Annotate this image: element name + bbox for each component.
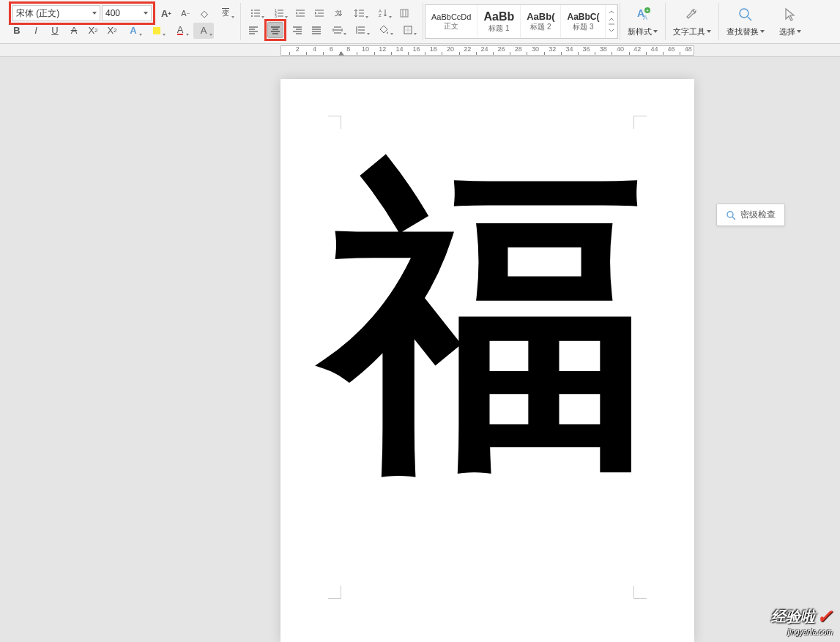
find-replace-label: 查找替换 (726, 26, 765, 37)
svg-text:Z: Z (379, 13, 382, 18)
style-name: 标题 3 (573, 22, 593, 32)
cursor-icon (782, 7, 798, 26)
document-page[interactable]: 福 (280, 79, 694, 642)
svg-point-4 (251, 15, 253, 17)
style-preview: AaBb( (527, 11, 554, 22)
text-tools-label: 文字工具 (673, 26, 711, 37)
styles-group: AaBbCcDd 正文 AaBb 标题 1 AaBb( 标题 2 AaBbC( … (423, 3, 620, 40)
align-right-button[interactable] (289, 22, 305, 38)
svg-line-58 (748, 17, 751, 20)
indent-marker[interactable] (338, 51, 344, 56)
style-item-body[interactable]: AaBbCcDd 正文 (425, 5, 477, 38)
phonetic-guide-button[interactable]: 变 (215, 5, 236, 21)
sort-button[interactable]: AZ (373, 5, 393, 21)
char-shading-button[interactable]: A (193, 23, 214, 39)
align-center-button[interactable] (267, 22, 283, 38)
highlight-button[interactable] (146, 23, 167, 39)
font-size-combo[interactable]: 400 (102, 5, 152, 21)
style-item-h2[interactable]: AaBb( 标题 2 (521, 5, 561, 38)
new-style-label: 新样式 (628, 26, 658, 37)
style-preview: AaBbC( (567, 12, 599, 22)
checkmark-icon: ✓ (817, 605, 833, 628)
svg-point-63 (727, 212, 733, 217)
shading-button[interactable] (374, 22, 395, 38)
style-name: 标题 2 (530, 22, 551, 32)
style-name: 正文 (444, 21, 458, 31)
new-style-button[interactable]: AA+ 新样式 (620, 3, 665, 40)
svg-point-57 (740, 9, 748, 18)
svg-point-2 (251, 12, 253, 14)
subscript-button[interactable]: X2 (85, 23, 101, 39)
styles-gallery[interactable]: AaBbCcDd 正文 AaBb 标题 1 AaBb( 标题 2 AaBbC( … (425, 4, 618, 39)
decrease-font-button[interactable]: A− (177, 5, 193, 21)
align-left-button[interactable] (245, 22, 261, 38)
superscript-button[interactable]: X2 (104, 23, 120, 39)
watermark: 经验啦 ✓ jingyanla.com (771, 605, 833, 636)
security-check-label: 密级检查 (740, 209, 776, 221)
paragraph-group: 123 文 AZ (241, 3, 423, 40)
borders-button[interactable] (398, 22, 418, 38)
wrench-icon (684, 7, 700, 26)
watermark-text: 经验啦 (771, 607, 815, 627)
show-marks-button[interactable] (396, 5, 412, 21)
new-style-icon: AA+ (635, 7, 651, 26)
margin-corner (328, 586, 341, 599)
bullets-button[interactable] (245, 5, 266, 21)
style-item-h1[interactable]: AaBb 标题 1 (477, 5, 521, 38)
text-tools-button[interactable]: 文字工具 (666, 3, 718, 40)
underline-button[interactable]: U (47, 23, 63, 39)
svg-rect-24 (401, 10, 408, 17)
ribbon-toolbar: 宋体 (正文) 400 A+ A− ◇ 变 B I U A X2 X2 A A … (0, 0, 840, 44)
font-name-combo[interactable]: 宋体 (正文) (12, 5, 100, 21)
search-icon (737, 7, 754, 26)
justify-button[interactable] (308, 22, 324, 38)
watermark-url: jingyanla.com (771, 628, 833, 636)
document-area: ▸ 福 密级检查 (0, 57, 840, 642)
style-preview: AaBbCcDd (431, 12, 471, 21)
horizontal-ruler[interactable]: 2468101214161820222426283032343638404244… (0, 44, 840, 57)
search-icon (726, 210, 736, 220)
numbering-button[interactable]: 123 (269, 5, 289, 21)
margin-corner (633, 116, 647, 129)
svg-text:+: + (646, 8, 649, 13)
svg-text:A: A (643, 14, 647, 21)
text-direction-button[interactable]: 文 (330, 5, 346, 21)
style-name: 标题 1 (488, 23, 509, 34)
style-item-h3[interactable]: AaBbC( 标题 3 (561, 5, 606, 38)
find-replace-button[interactable]: 查找替换 (719, 3, 772, 40)
strikethrough-button[interactable]: A (66, 23, 82, 39)
margin-corner (633, 586, 647, 599)
italic-button[interactable]: I (28, 23, 44, 39)
svg-line-64 (732, 217, 735, 220)
margin-corner (328, 116, 341, 129)
document-text[interactable]: 福 (280, 160, 694, 482)
svg-text:3: 3 (275, 14, 277, 18)
line-spacing-button[interactable] (349, 5, 370, 21)
security-check-button[interactable]: 密级检查 (716, 204, 785, 226)
svg-point-0 (251, 10, 253, 11)
clear-format-button[interactable]: ◇ (196, 5, 212, 21)
text-effects-button[interactable]: A (123, 23, 144, 39)
align-center-highlight (264, 19, 286, 41)
font-group: 宋体 (正文) 400 A+ A− ◇ 变 B I U A X2 X2 A A … (4, 3, 241, 40)
increase-indent-button[interactable] (311, 5, 327, 21)
styles-more-button[interactable] (606, 5, 617, 38)
select-button[interactable]: 选择 (772, 3, 809, 40)
font-color-button[interactable]: A (170, 23, 190, 39)
style-preview: AaBb (483, 10, 514, 23)
bold-button[interactable]: B (9, 23, 25, 39)
select-label: 选择 (779, 26, 801, 37)
decrease-indent-button[interactable] (292, 5, 308, 21)
tab-settings-button[interactable] (351, 22, 371, 38)
increase-font-button[interactable]: A+ (158, 5, 174, 21)
distribute-button[interactable] (327, 22, 348, 38)
